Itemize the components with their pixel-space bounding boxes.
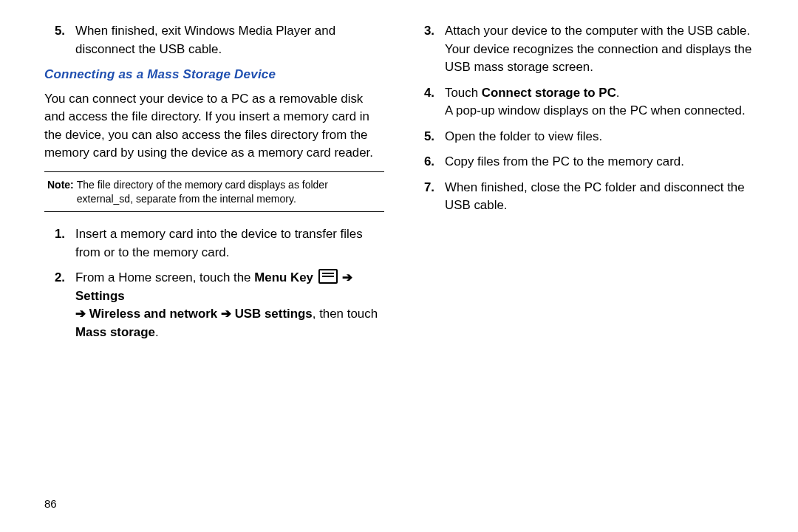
step-text: Insert a memory card into the device to … [75, 225, 384, 262]
step-number: 4. [414, 84, 445, 120]
step-text: Copy files from the PC to the memory car… [445, 153, 754, 171]
step-number: 2. [44, 269, 75, 341]
step-number: 1. [44, 225, 75, 262]
step2-prefix: From a Home screen, touch the [75, 270, 254, 284]
note-label: Note: [44, 178, 77, 206]
mass-storage-label: Mass storage [75, 325, 155, 339]
wireless-label: Wireless and network [89, 307, 218, 321]
section-heading: Connecting as a Mass Storage Device [44, 66, 384, 84]
step-number: 5. [414, 128, 445, 146]
period: . [616, 86, 620, 100]
menu-key-label: Menu Key [254, 270, 313, 284]
step-text: From a Home screen, touch the Menu Key ➔… [75, 269, 384, 341]
step-text: Open the folder to view files. [445, 128, 754, 146]
manual-page: 5. When finished, exit Windows Media Pla… [0, 0, 798, 532]
list-item: 4. Touch Connect storage to PC. A pop-up… [414, 84, 754, 120]
menu-key-icon [318, 269, 338, 284]
step4-line2: A pop-up window displays on the PC when … [445, 103, 746, 117]
columns: 5. When finished, exit Windows Media Pla… [44, 22, 754, 349]
list-item: 3. Attach your device to the computer wi… [414, 22, 754, 77]
touch-text: Touch [445, 86, 482, 100]
left-column: 5. When finished, exit Windows Media Pla… [44, 22, 384, 349]
step-text: When finished, close the PC folder and d… [445, 179, 754, 215]
right-column: 3. Attach your device to the computer wi… [414, 22, 754, 349]
period: . [155, 325, 159, 339]
note-box: Note: The file directory of the memory c… [44, 171, 384, 213]
step-number: 5. [44, 22, 75, 58]
intro-paragraph: You can connect your device to a PC as a… [44, 90, 384, 163]
arrow-icon: ➔ [342, 270, 352, 284]
arrow-icon: ➔ [221, 307, 231, 321]
list-item: 5. When finished, exit Windows Media Pla… [44, 22, 384, 58]
step-text: When finished, exit Windows Media Player… [75, 22, 384, 58]
list-item: 6. Copy files from the PC to the memory … [414, 153, 754, 171]
step-number: 7. [414, 179, 445, 215]
step-number: 6. [414, 153, 445, 171]
usb-settings-label: USB settings [235, 307, 313, 321]
page-number: 86 [44, 497, 57, 510]
list-item: 2. From a Home screen, touch the Menu Ke… [44, 269, 384, 341]
then-touch-text: , then touch [313, 307, 378, 321]
settings-label: Settings [75, 289, 125, 303]
step-text: Touch Connect storage to PC. A pop-up wi… [445, 84, 754, 120]
list-item: 5. Open the folder to view files. [414, 128, 754, 146]
note-text: The file directory of the memory card di… [77, 178, 384, 206]
list-item: 1. Insert a memory card into the device … [44, 225, 384, 262]
list-item: 7. When finished, close the PC folder an… [414, 179, 754, 215]
step-number: 3. [414, 22, 445, 77]
step-text: Attach your device to the computer with … [445, 22, 754, 77]
arrow-icon: ➔ [75, 307, 86, 321]
connect-storage-label: Connect storage to PC [482, 86, 616, 100]
